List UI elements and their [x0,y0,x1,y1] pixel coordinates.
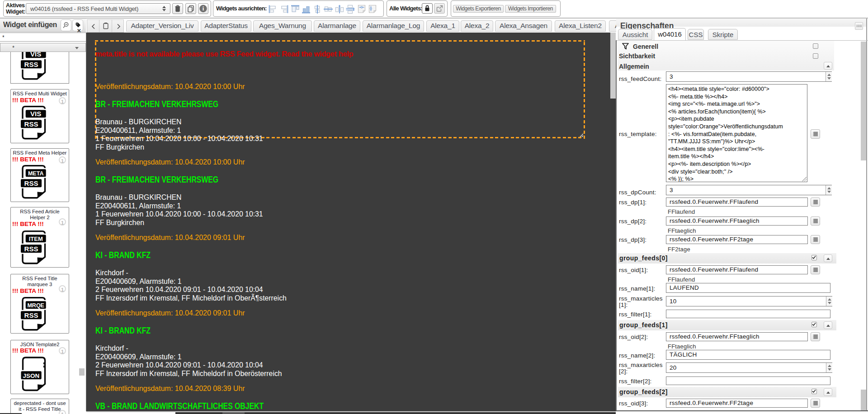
svg-text:VIS: VIS [30,110,41,118]
svg-text:VIS: VIS [30,52,41,58]
svg-text:RSS: RSS [24,245,38,253]
svg-text:RSS: RSS [24,179,38,187]
svg-text:RSS: RSS [24,311,38,319]
svg-text:JSON: JSON [23,372,40,379]
svg-text:META: META [28,170,44,177]
svg-text:RSS: RSS [24,120,38,128]
svg-text:MRQE: MRQE [27,302,44,309]
svg-text:i: i [203,5,204,12]
svg-text:ITEM: ITEM [29,235,43,242]
svg-text:RSS: RSS [24,61,38,68]
